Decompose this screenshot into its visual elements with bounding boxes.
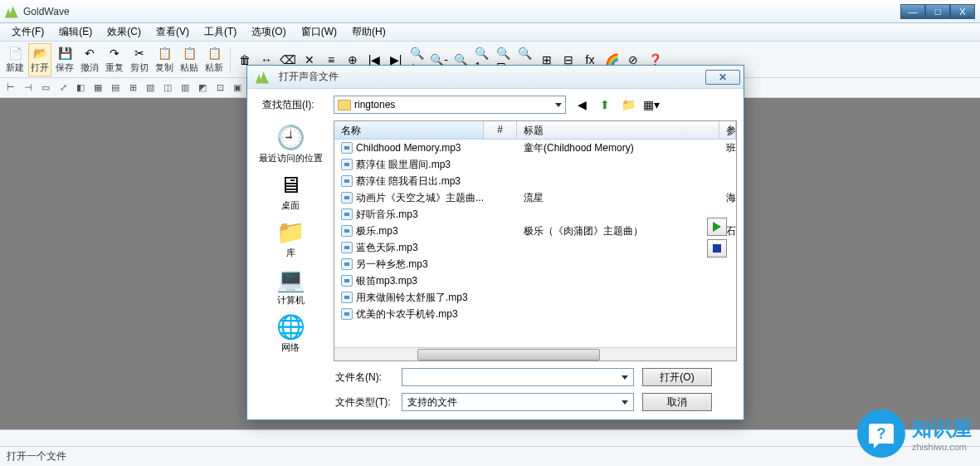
file-row[interactable]: 蔡淳佳 陪我看日出.mp3 [334,173,736,189]
file-row[interactable]: 另一种乡愁.mp3 [334,256,736,272]
tool-粘贴[interactable]: 📋粘贴 [178,43,201,76]
titlebar: GoldWave — □ X [0,0,980,23]
play-icon [713,222,721,232]
marker-end-icon[interactable]: ⊣ [21,81,36,96]
watermark-main: 知识屋 [912,415,972,442]
tool-icon: 📋 [182,46,197,61]
tool-icon[interactable]: ◫ [160,81,175,96]
menu-item[interactable]: 文件(F) [5,23,51,41]
tool-撤消[interactable]: ↶撤消 [78,43,101,76]
menu-item[interactable]: 编辑(E) [52,23,99,41]
tool-icon[interactable]: ▤ [108,81,123,96]
tool-icon: 💾 [57,46,72,61]
place-桌面[interactable]: 🖥桌面 [275,171,305,212]
col-name[interactable]: 名称 [334,121,484,139]
tool-新建[interactable]: 📄新建 [3,43,27,76]
place-icon: 🕘 [275,124,305,150]
filetype-combo[interactable]: 支持的文件 [402,393,634,411]
file-row[interactable]: 极乐.mp3极乐（《肉蒲团》主题曲）石 [334,223,736,239]
up-icon[interactable]: ⬆ [596,96,614,114]
tool-icon: 📄 [7,46,22,61]
place-计算机[interactable]: 💻计算机 [275,266,305,307]
tool-icon: 📂 [32,46,47,61]
close-button[interactable]: X [950,4,975,19]
app-title: GoldWave [23,6,900,17]
tool-icon[interactable]: ▦ [90,81,105,96]
audio-file-icon [341,159,353,170]
back-icon[interactable]: ◀ [573,96,591,114]
col-extra[interactable]: 参 [719,121,736,139]
cancel-button[interactable]: 取消 [642,393,712,411]
tool-icon[interactable]: ◧ [73,81,88,96]
open-button[interactable]: 打开(O) [642,368,712,386]
horizontal-scrollbar[interactable] [334,347,736,361]
tool-icon[interactable]: ▣ [230,81,245,96]
audio-file-icon [341,258,353,270]
col-title[interactable]: 标题 [517,121,719,139]
places-bar: 🕘最近访问的位置🖥桌面📁库💻计算机🌐网络 [254,120,327,361]
scroll-thumb[interactable] [417,349,600,361]
place-最近访问的位置[interactable]: 🕘最近访问的位置 [259,124,323,164]
marker-start-icon[interactable]: ⊢ [3,81,18,96]
filename-label: 文件名(N): [335,370,393,385]
file-row[interactable]: 蔡淳佳 眼里眉间.mp3 [334,156,736,173]
file-row[interactable]: 动画片《天空之城》主题曲...流星海 [334,189,736,206]
open-file-dialog: 打开声音文件 ✕ 查找范围(I): ringtones ◀ ⬆ 📁 ▦▾ 🕘最近… [246,65,744,420]
tool-icon[interactable]: ⊞ [125,81,140,96]
watermark-logo: ? [857,410,905,458]
tool-重复[interactable]: ↷重复 [103,43,126,76]
stop-icon [713,244,721,253]
new-folder-icon[interactable]: 📁 [619,96,637,114]
selection-icon[interactable]: ▭ [38,81,53,96]
maximize-button[interactable]: □ [925,4,950,19]
tool-打开[interactable]: 📂打开 [28,43,51,76]
dialog-close-button[interactable]: ✕ [705,70,740,85]
filename-input[interactable] [402,368,634,386]
place-icon: 💻 [275,266,305,292]
place-网络[interactable]: 🌐网络 [275,313,305,354]
audio-file-icon [341,275,353,287]
menu-item[interactable]: 帮助(H) [345,23,392,41]
watermark: ? 知识屋 zhishiwu.com [857,410,972,458]
menu-item[interactable]: 选项(O) [245,23,292,41]
menu-item[interactable]: 效果(C) [100,23,148,41]
folder-icon [338,100,351,110]
dialog-titlebar: 打开声音文件 ✕ [247,66,744,89]
file-row[interactable]: 银笛mp3.mp3 [334,272,736,289]
file-row[interactable]: 好听音乐.mp3 [334,206,736,223]
chevron-down-icon [622,375,628,380]
lookin-value: ringtones [354,99,395,110]
watermark-sub: zhishiwu.com [912,442,972,452]
chevron-down-icon [622,400,628,405]
window-controls: — □ X [900,4,975,19]
tool-复制[interactable]: 📋复制 [153,43,176,76]
tool-保存[interactable]: 💾保存 [53,43,76,76]
audio-file-icon [341,292,353,303]
file-list: 名称 # 标题 参 Childhood Memory.mp3童年(Childho… [334,120,737,361]
menu-item[interactable]: 查看(V) [149,23,196,41]
tool-icon[interactable]: ▥ [178,81,193,96]
zoom-icon[interactable]: ⤢ [56,81,71,96]
file-row[interactable]: 用来做闹铃太舒服了.mp3 [334,289,736,306]
view-menu-icon[interactable]: ▦▾ [642,96,661,114]
menu-item[interactable]: 工具(T) [197,23,243,41]
minimize-button[interactable]: — [900,4,925,19]
stop-button[interactable] [707,239,727,258]
audio-file-icon [341,175,353,187]
status-text: 打开一个文件 [0,447,980,466]
col-num[interactable]: # [484,121,517,139]
file-row[interactable]: 优美的卡农手机铃.mp3 [334,306,736,322]
tool-icon[interactable]: ▧ [143,81,158,96]
tool-icon[interactable]: ⊡ [212,81,227,96]
file-row[interactable]: 蓝色天际.mp3 [334,239,736,256]
tool-粘新[interactable]: 📋粘新 [202,43,226,76]
play-button[interactable] [707,218,727,236]
menu-item[interactable]: 窗口(W) [295,23,344,41]
tool-icon[interactable]: ◩ [195,81,210,96]
file-row[interactable]: Childhood Memory.mp3童年(Childhood Memory)… [334,140,736,156]
dialog-icon [256,71,269,84]
tool-剪切[interactable]: ✂剪切 [128,43,151,76]
place-库[interactable]: 📁库 [275,218,305,259]
lookin-combo[interactable]: ringtones [334,96,566,114]
audio-file-icon [341,308,353,320]
